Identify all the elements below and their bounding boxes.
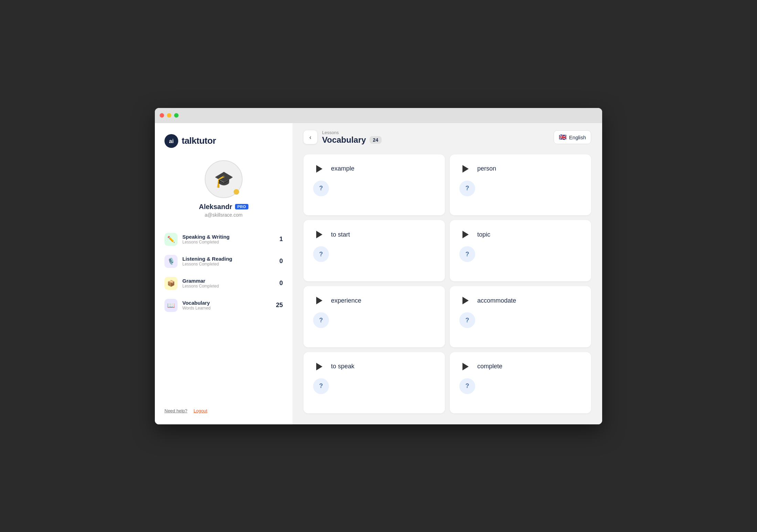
- play-button-7[interactable]: [459, 360, 472, 373]
- sidebar-footer: Need help? Logout: [164, 403, 283, 413]
- play-button-1[interactable]: [459, 163, 472, 175]
- stat-title-speaking: Speaking & Writing: [182, 234, 275, 240]
- flag-icon: 🇬🇧: [559, 133, 566, 141]
- vocab-card-3: topic ?: [450, 220, 591, 281]
- play-icon-5: [462, 297, 469, 304]
- play-icon-7: [462, 363, 469, 370]
- play-button-4[interactable]: [313, 294, 326, 307]
- logout-link[interactable]: Logout: [194, 408, 207, 413]
- play-icon-3: [462, 231, 469, 238]
- logo-icon: ai: [164, 134, 178, 148]
- question-bubble-6[interactable]: ?: [313, 378, 329, 394]
- vocab-card-4: experience ?: [303, 286, 445, 347]
- app-window: ai talktutor 🎓 Aleksandr PRO a@skillsrac…: [155, 108, 602, 424]
- vocab-card-0: example ?: [303, 154, 445, 216]
- stat-grammar[interactable]: 📦 Grammar Lessons Completed 0: [164, 274, 283, 293]
- language-button[interactable]: 🇬🇧 English: [554, 130, 591, 144]
- stat-title-vocabulary: Vocabulary: [182, 300, 271, 306]
- speaking-writing-icon-wrap: ✏️: [164, 233, 178, 246]
- card-word-1: person: [477, 165, 496, 172]
- chevron-left-icon: ‹: [309, 134, 311, 141]
- main-content: ‹ Lessons Vocabulary 24 🇬🇧 English: [292, 123, 602, 424]
- question-bubble-5[interactable]: ?: [459, 312, 475, 328]
- question-bubble-4[interactable]: ?: [313, 312, 329, 328]
- play-icon-1: [462, 165, 469, 173]
- play-button-5[interactable]: [459, 294, 472, 307]
- vocab-card-7: complete ?: [450, 352, 591, 413]
- card-top-6: to speak: [313, 360, 435, 373]
- question-bubble-7[interactable]: ?: [459, 378, 475, 394]
- language-label: English: [569, 134, 586, 140]
- stat-speaking-writing[interactable]: ✏️ Speaking & Writing Lessons Completed …: [164, 230, 283, 249]
- card-top-2: to start: [313, 228, 435, 241]
- breadcrumb-text: Lessons Vocabulary 24: [322, 130, 382, 145]
- pro-badge: PRO: [235, 204, 248, 209]
- stat-count-vocabulary: 25: [276, 302, 283, 309]
- logo-area: ai talktutor: [164, 134, 283, 148]
- sidebar: ai talktutor 🎓 Aleksandr PRO a@skillsrac…: [155, 123, 292, 424]
- profile-area: 🎓 Aleksandr PRO a@skillsrace.com: [164, 160, 283, 218]
- vocab-grid: example ? person ?: [292, 152, 602, 424]
- card-top-7: complete: [459, 360, 582, 373]
- card-word-6: to speak: [331, 363, 354, 370]
- top-bar: ‹ Lessons Vocabulary 24 🇬🇧 English: [292, 123, 602, 152]
- card-top-0: example: [313, 163, 435, 175]
- minimize-dot[interactable]: [167, 113, 171, 118]
- stat-count-speaking: 1: [279, 236, 283, 243]
- page-title: Vocabulary: [322, 135, 366, 145]
- mic-icon: 🎙️: [167, 258, 175, 265]
- stat-vocabulary[interactable]: 📖 Vocabulary Words Learned 25: [164, 296, 283, 315]
- play-button-2[interactable]: [313, 228, 326, 241]
- grammar-icon-wrap: 📦: [164, 277, 178, 290]
- card-top-5: accommodate: [459, 294, 582, 307]
- back-button[interactable]: ‹: [303, 130, 317, 144]
- stat-info-listening: Listening & Reading Lessons Completed: [182, 256, 275, 267]
- titlebar: [155, 108, 602, 123]
- play-icon-4: [316, 297, 322, 304]
- avatar-icon: 🎓: [214, 170, 234, 188]
- vocab-card-5: accommodate ?: [450, 286, 591, 347]
- app-body: ai talktutor 🎓 Aleksandr PRO a@skillsrac…: [155, 123, 602, 424]
- question-bubble-3[interactable]: ?: [459, 246, 475, 262]
- play-icon-2: [316, 231, 322, 238]
- stat-info-grammar: Grammar Lessons Completed: [182, 278, 275, 289]
- grammar-icon: 📦: [167, 280, 175, 287]
- question-bubble-2[interactable]: ?: [313, 246, 329, 262]
- svg-text:ai: ai: [169, 138, 173, 144]
- vocab-card-1: person ?: [450, 154, 591, 216]
- vocab-card-6: to speak ?: [303, 352, 445, 413]
- question-bubble-1[interactable]: ?: [459, 181, 475, 196]
- stat-subtitle-listening: Lessons Completed: [182, 262, 275, 267]
- card-top-4: experience: [313, 294, 435, 307]
- card-word-2: to start: [331, 231, 350, 238]
- vocabulary-icon-wrap: 📖: [164, 299, 178, 312]
- avatar-status-dot: [234, 189, 239, 195]
- close-dot[interactable]: [160, 113, 164, 118]
- play-button-6[interactable]: [313, 360, 326, 373]
- stat-title-grammar: Grammar: [182, 278, 275, 284]
- avatar: 🎓: [205, 160, 243, 198]
- book-icon: 📖: [167, 302, 175, 309]
- question-bubble-0[interactable]: ?: [313, 181, 329, 196]
- stat-subtitle-grammar: Lessons Completed: [182, 284, 275, 289]
- maximize-dot[interactable]: [174, 113, 179, 118]
- play-button-0[interactable]: [313, 163, 326, 175]
- stat-count-grammar: 0: [279, 280, 283, 287]
- user-email: a@skillsrace.com: [205, 212, 243, 218]
- breadcrumb-main: Vocabulary 24: [322, 135, 382, 145]
- play-button-3[interactable]: [459, 228, 472, 241]
- edit-icon: ✏️: [167, 236, 175, 243]
- card-word-4: experience: [331, 297, 361, 304]
- logo-text: talktutor: [182, 135, 216, 146]
- stat-listening-reading[interactable]: 🎙️ Listening & Reading Lessons Completed…: [164, 252, 283, 271]
- stat-title-listening: Listening & Reading: [182, 256, 275, 262]
- stat-info-vocabulary: Vocabulary Words Learned: [182, 300, 271, 311]
- card-top-3: topic: [459, 228, 582, 241]
- user-name: Aleksandr PRO: [199, 203, 248, 211]
- vocab-count-badge: 24: [370, 136, 382, 144]
- stat-subtitle-speaking: Lessons Completed: [182, 240, 275, 245]
- stat-count-listening: 0: [279, 258, 283, 265]
- breadcrumb-top: Lessons: [322, 130, 382, 135]
- help-link[interactable]: Need help?: [164, 408, 188, 413]
- listening-reading-icon-wrap: 🎙️: [164, 255, 178, 268]
